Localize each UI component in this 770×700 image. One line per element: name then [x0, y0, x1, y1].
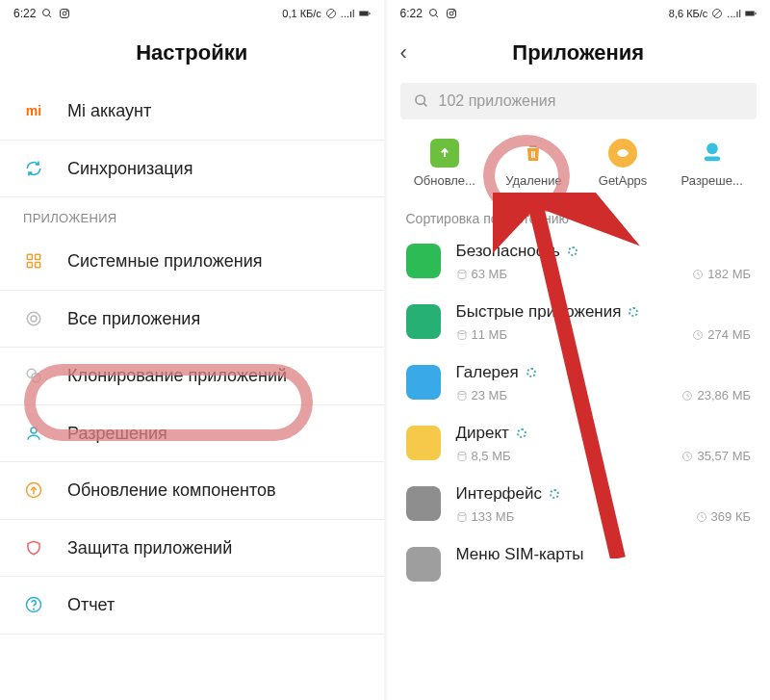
app-time: 23,86 МБ: [697, 388, 751, 402]
search-placeholder: 102 приложения: [439, 92, 556, 110]
svg-point-27: [453, 11, 454, 12]
row-label: Отчет: [67, 594, 115, 616]
action-updates[interactable]: Обновле...: [400, 139, 490, 188]
network-speed: 0,1 КБ/с: [282, 8, 321, 19]
row-label: Клонирование приложений: [67, 365, 287, 387]
network-speed: 8,6 КБ/с: [669, 8, 708, 19]
row-label: Защита приложений: [67, 537, 232, 559]
svg-rect-38: [705, 157, 720, 162]
app-item-security[interactable]: Безопасность 63 МБ 182 МБ: [387, 232, 771, 293]
search-icon: [41, 8, 53, 19]
app-name: Меню SIM-карты: [456, 545, 584, 564]
svg-point-14: [27, 312, 40, 325]
loading-icon: [629, 307, 638, 317]
action-uninstall[interactable]: Удаление: [489, 139, 578, 188]
sort-label: Сортировка по состоянию: [406, 211, 570, 226]
svg-rect-31: [746, 12, 755, 15]
back-button[interactable]: ‹: [400, 40, 407, 65]
svg-rect-35: [531, 151, 533, 158]
storage-icon: [456, 390, 468, 402]
app-name: Безопасность: [456, 242, 560, 261]
search-icon: [428, 8, 440, 19]
title-bar: ‹ Приложения: [387, 27, 771, 83]
row-permissions[interactable]: Разрешения: [0, 405, 384, 463]
instagram-icon: [59, 8, 70, 19]
svg-line-6: [328, 11, 334, 16]
clock-icon: [681, 451, 693, 462]
app-name: Директ: [456, 424, 509, 443]
circle-ring-icon: [23, 308, 44, 329]
app-icon: [406, 304, 441, 339]
svg-point-39: [458, 270, 466, 272]
app-size: 63 МБ: [472, 267, 507, 281]
mi-logo-icon: mi: [23, 100, 44, 121]
row-label: Системные приложения: [67, 250, 263, 272]
loading-icon: [550, 489, 559, 499]
signal-icon: ...ıl: [341, 8, 355, 19]
app-list: Безопасность 63 МБ 182 МБ Быстрые прилож…: [387, 232, 771, 700]
no-sim-icon: [325, 8, 337, 19]
loading-icon: [568, 246, 578, 256]
svg-point-41: [458, 330, 466, 333]
page-title: Настройки: [136, 40, 247, 65]
app-size: 8,5 МБ: [472, 449, 511, 463]
action-getapps[interactable]: GetApps: [578, 139, 668, 188]
svg-point-43: [458, 391, 466, 394]
svg-rect-9: [369, 13, 370, 14]
svg-rect-13: [36, 263, 40, 268]
row-label: Синхронизация: [67, 158, 192, 180]
svg-point-22: [34, 609, 35, 609]
clock-icon: [692, 329, 704, 341]
settings-list: mi Mi аккаунт Синхронизация ПРИЛОЖЕНИЯ С…: [0, 83, 384, 700]
loading-icon: [517, 428, 526, 438]
app-icon: [406, 426, 441, 460]
row-label: Разрешения: [67, 423, 167, 445]
row-mi-account[interactable]: mi Mi аккаунт: [0, 83, 384, 141]
row-report[interactable]: Отчет: [0, 577, 384, 635]
row-clone-apps[interactable]: Клонирование приложений: [0, 348, 384, 405]
action-label: GetApps: [599, 173, 648, 188]
app-item-quickapps[interactable]: Быстрые приложения 11 МБ 274 МБ: [387, 293, 771, 353]
svg-rect-10: [27, 255, 32, 260]
question-icon: [23, 594, 44, 615]
row-system-apps[interactable]: Системные приложения: [0, 233, 384, 291]
action-permissions[interactable]: Разреше...: [667, 139, 757, 188]
search-input[interactable]: 102 приложения: [400, 83, 757, 119]
app-time: 35,57 МБ: [697, 449, 751, 463]
app-item-sim-menu[interactable]: Меню SIM-карты: [387, 535, 771, 593]
row-components-update[interactable]: Обновление компонентов: [0, 462, 384, 520]
battery-icon: [359, 8, 371, 19]
app-item-direct[interactable]: Директ 8,5 МБ 35,57 МБ: [387, 414, 771, 475]
app-time: 274 МБ: [707, 327, 751, 342]
updates-icon: [430, 139, 459, 168]
svg-rect-8: [359, 12, 368, 15]
action-label: Разреше...: [681, 173, 743, 188]
storage-icon: [456, 451, 468, 462]
app-item-interface[interactable]: Интерфейс 133 МБ 369 КБ: [387, 475, 771, 535]
app-icon: [406, 486, 441, 521]
row-label: Все приложения: [67, 308, 200, 330]
title-bar: Настройки: [0, 27, 384, 83]
row-app-protection[interactable]: Защита приложений: [0, 520, 384, 578]
row-sync[interactable]: Синхронизация: [0, 141, 384, 198]
app-size: 133 МБ: [472, 509, 515, 524]
row-all-apps[interactable]: Все приложения: [0, 291, 384, 349]
app-item-gallery[interactable]: Галерея 23 МБ 23,86 МБ: [387, 353, 771, 414]
app-name: Быстрые приложения: [456, 302, 622, 322]
svg-rect-12: [27, 263, 32, 268]
app-size: 11 МБ: [472, 327, 507, 342]
sort-dropdown[interactable]: Сортировка по состоянию ⌄: [387, 201, 771, 232]
clock: 6:22: [400, 7, 423, 20]
page-title: Приложения: [512, 40, 644, 65]
svg-point-3: [63, 12, 66, 15]
svg-rect-36: [534, 151, 536, 158]
row-label: Обновление компонентов: [67, 480, 276, 502]
person-icon: [23, 423, 44, 444]
app-size: 23 МБ: [472, 388, 507, 402]
clock-icon: [681, 390, 693, 402]
permissions-icon: [698, 139, 727, 168]
storage-icon: [456, 329, 468, 341]
svg-rect-11: [36, 255, 40, 260]
app-time: 182 МБ: [707, 267, 751, 281]
svg-line-29: [714, 11, 720, 16]
